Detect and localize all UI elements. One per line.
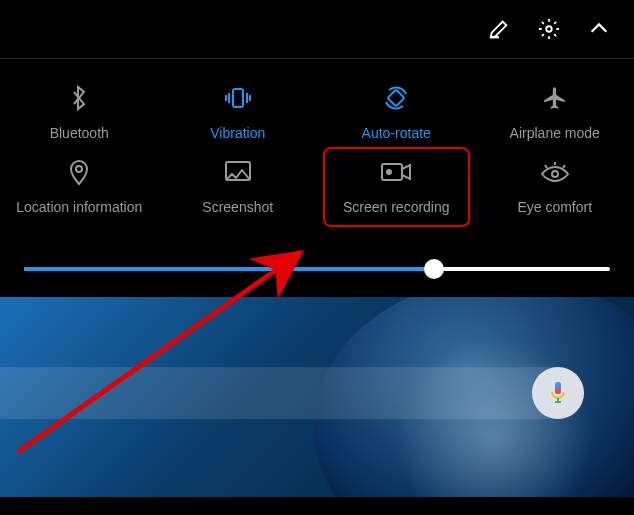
slider-thumb[interactable]: [424, 259, 444, 279]
voice-search-button[interactable]: [532, 367, 584, 419]
screenshot-icon: [224, 157, 252, 187]
airplane-label: Airplane mode: [510, 125, 600, 141]
svg-point-3: [76, 166, 82, 172]
airplane-tile[interactable]: Airplane mode: [476, 75, 635, 149]
brightness-slider[interactable]: [0, 245, 634, 297]
screen-recording-tile[interactable]: Screen recording: [317, 149, 476, 223]
svg-rect-1: [233, 89, 243, 107]
expand-icon[interactable]: [588, 18, 610, 40]
quick-settings-panel: Bluetooth Vibration Auto-rotate: [0, 0, 634, 297]
svg-point-6: [386, 169, 392, 175]
eye-comfort-icon: [540, 157, 570, 187]
eye-comfort-label: Eye comfort: [517, 199, 592, 215]
bluetooth-label: Bluetooth: [50, 125, 109, 141]
eye-comfort-tile[interactable]: Eye comfort: [476, 149, 635, 223]
location-tile[interactable]: Location information: [0, 149, 159, 223]
quick-tiles-grid: Bluetooth Vibration Auto-rotate: [0, 59, 634, 245]
slider-track: [24, 267, 610, 271]
settings-icon[interactable]: [538, 18, 560, 40]
edit-icon[interactable]: [488, 18, 510, 40]
autorotate-tile[interactable]: Auto-rotate: [317, 75, 476, 149]
svg-point-0: [546, 26, 552, 32]
microphone-icon: [549, 381, 567, 405]
location-icon: [68, 157, 90, 187]
home-wallpaper: [0, 297, 634, 497]
autorotate-label: Auto-rotate: [362, 125, 431, 141]
screen-recording-icon: [380, 157, 412, 187]
location-label: Location information: [16, 199, 142, 215]
screenshot-label: Screenshot: [202, 199, 273, 215]
airplane-icon: [542, 83, 568, 113]
panel-header: [0, 0, 634, 58]
vibration-label: Vibration: [210, 125, 265, 141]
svg-rect-9: [555, 388, 561, 394]
bluetooth-tile[interactable]: Bluetooth: [0, 75, 159, 149]
screenshot-tile[interactable]: Screenshot: [159, 149, 318, 223]
screen-recording-label: Screen recording: [343, 199, 450, 215]
svg-rect-2: [388, 90, 405, 107]
vibration-icon: [222, 83, 254, 113]
autorotate-icon: [382, 83, 410, 113]
svg-point-7: [552, 171, 558, 177]
slider-fill: [24, 267, 434, 271]
vibration-tile[interactable]: Vibration: [159, 75, 318, 149]
bluetooth-icon: [69, 83, 89, 113]
svg-rect-8: [555, 382, 561, 394]
search-bar[interactable]: [0, 367, 584, 419]
